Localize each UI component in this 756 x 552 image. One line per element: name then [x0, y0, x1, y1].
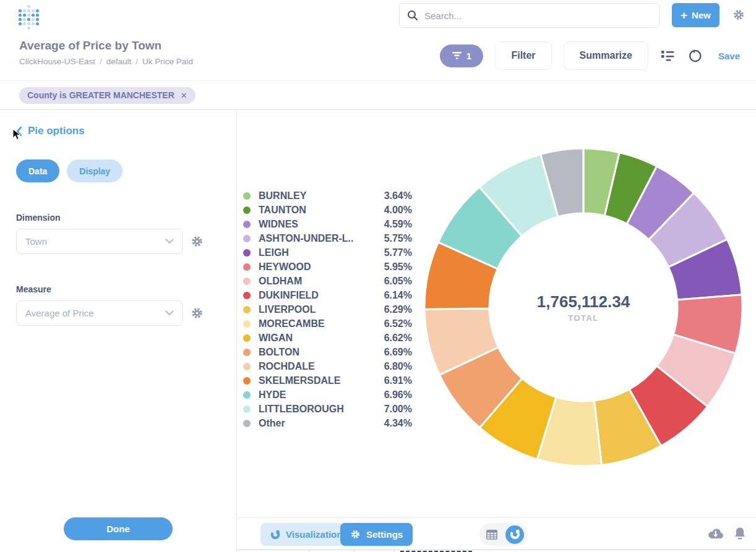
- legend-item[interactable]: HEYWOOD 5.95%: [243, 260, 412, 274]
- legend-item[interactable]: WIDNES 4.59%: [243, 217, 412, 231]
- legend-label: OLDHAM: [259, 276, 384, 287]
- legend-percent: 7.00%: [384, 404, 412, 415]
- new-button-label: New: [692, 10, 711, 20]
- breadcrumb-table[interactable]: Uk Price Paid: [142, 57, 193, 66]
- filter-count: 1: [466, 51, 471, 61]
- legend-label: LIVERPOOL: [259, 304, 384, 315]
- legend-color-dot: [243, 320, 251, 328]
- visualization-panel: BURNLEY 3.64% TAUNTON 4.00% WIDNES 4.59%…: [237, 110, 756, 552]
- legend-color-dot: [243, 306, 251, 313]
- measure-value: Average of Price: [25, 308, 165, 318]
- dimension-label: Dimension: [16, 213, 220, 223]
- summarize-button[interactable]: Summarize: [564, 41, 648, 70]
- notebook-icon: [661, 49, 674, 62]
- legend-item[interactable]: LEIGH 5.77%: [243, 245, 412, 260]
- refresh-button[interactable]: [687, 48, 703, 64]
- legend-percent: 6.52%: [384, 318, 412, 329]
- settings-button[interactable]: Settings: [340, 523, 413, 546]
- bell-icon: [734, 527, 746, 540]
- legend-item[interactable]: BURNLEY 3.64%: [243, 189, 412, 203]
- legend-item[interactable]: OLDHAM 6.05%: [243, 274, 412, 288]
- legend-item[interactable]: HYDE 6.96%: [243, 388, 412, 402]
- legend-percent: 6.96%: [384, 389, 412, 401]
- pie-chart-icon: [270, 530, 280, 540]
- legend-item[interactable]: LIVERPOOL 6.29%: [243, 302, 412, 316]
- legend-color-dot: [243, 278, 251, 285]
- tab-display[interactable]: Display: [67, 159, 122, 182]
- legend-label: LEIGH: [259, 247, 384, 258]
- legend-item[interactable]: WIGAN 6.62%: [243, 331, 412, 345]
- legend-percent: 5.75%: [384, 233, 412, 244]
- bottom-bar: Visualization Settings: [237, 517, 756, 550]
- pie-chart-area: BURNLEY 3.64% TAUNTON 4.00% WIDNES 4.59%…: [237, 110, 756, 517]
- filter-chip[interactable]: County is GREATER MANCHESTER ✕: [19, 87, 195, 104]
- question-title[interactable]: Average of Price by Town: [19, 39, 161, 53]
- dimension-settings-gear-icon[interactable]: [191, 235, 204, 248]
- breadcrumb-schema[interactable]: default: [106, 57, 132, 66]
- tab-data[interactable]: Data: [16, 159, 59, 182]
- legend-color-dot: [243, 249, 251, 257]
- legend-label: DUKINFIELD: [259, 290, 384, 301]
- legend-item[interactable]: SKELMERSDALE 6.91%: [243, 373, 412, 388]
- legend-item[interactable]: TAUNTON 4.00%: [243, 203, 412, 217]
- search-bar[interactable]: [399, 3, 659, 28]
- legend-label: ASHTON-UNDER-L..: [259, 233, 384, 244]
- remove-filter-icon[interactable]: ✕: [181, 91, 187, 100]
- legend-label: TAUNTON: [259, 205, 384, 216]
- legend-percent: 4.59%: [384, 219, 412, 230]
- measure-label: Measure: [16, 284, 220, 294]
- filter-chip-label: County is GREATER MANCHESTER: [27, 90, 174, 100]
- notifications-button[interactable]: [734, 527, 746, 540]
- legend-percent: 6.69%: [384, 347, 412, 358]
- dimension-select[interactable]: Town: [16, 229, 183, 254]
- legend-color-dot: [243, 235, 251, 242]
- legend-percent: 4.00%: [384, 205, 412, 216]
- legend-label: BOLTON: [259, 347, 384, 358]
- filter-count-pill[interactable]: 1: [440, 45, 483, 67]
- legend-color-dot: [243, 206, 251, 214]
- visualization-button[interactable]: Visualization: [260, 523, 352, 546]
- legend-item[interactable]: LITTLEBOROUGH 7.00%: [243, 402, 412, 416]
- metabase-logo-icon[interactable]: [19, 5, 40, 31]
- chevron-down-icon: [165, 310, 174, 316]
- visualization-label: Visualization: [286, 529, 342, 540]
- table-view-button[interactable]: [483, 526, 500, 543]
- new-button[interactable]: + New: [672, 3, 719, 27]
- dimension-value: Town: [25, 236, 165, 247]
- sidebar-header: Pie options: [16, 125, 220, 137]
- legend-item[interactable]: BOLTON 6.69%: [243, 345, 412, 359]
- pie-view-button[interactable]: [505, 525, 524, 544]
- filter-chip-row: County is GREATER MANCHESTER ✕: [0, 80, 756, 110]
- sidebar-title: Pie options: [28, 125, 85, 137]
- sidebar-tabs: Data Display: [16, 159, 220, 182]
- legend-item[interactable]: MORECAMBE 6.52%: [243, 316, 412, 331]
- legend-color-dot: [243, 420, 251, 427]
- legend-percent: 6.29%: [384, 304, 412, 315]
- legend-item[interactable]: DUKINFIELD 6.14%: [243, 288, 412, 302]
- legend-color-dot: [243, 334, 251, 342]
- table-pie-toggle: [479, 523, 528, 546]
- admin-gear-icon[interactable]: [732, 9, 745, 23]
- breadcrumb-database[interactable]: ClickHouse-US-East: [19, 57, 95, 66]
- legend-label: WIDNES: [259, 219, 384, 230]
- top-nav: + New: [0, 0, 756, 31]
- filter-icon: [452, 52, 462, 59]
- legend-item[interactable]: ASHTON-UNDER-L.. 5.75%: [243, 231, 412, 245]
- download-button[interactable]: [708, 527, 723, 539]
- legend-item[interactable]: Other 4.34%: [243, 416, 412, 430]
- legend-percent: 6.62%: [384, 333, 412, 344]
- legend-item[interactable]: ROCHDALE 6.80%: [243, 359, 412, 373]
- pie-chart-icon: [510, 529, 520, 540]
- search-input[interactable]: [424, 11, 651, 21]
- measure-select[interactable]: Average of Price: [16, 300, 183, 326]
- legend-label: Other: [259, 418, 384, 429]
- mouse-cursor: [12, 129, 23, 140]
- filter-button[interactable]: Filter: [495, 41, 551, 70]
- done-button[interactable]: Done: [64, 517, 173, 540]
- notebook-editor-button[interactable]: [660, 48, 676, 63]
- search-icon: [407, 10, 418, 21]
- gear-icon: [350, 529, 361, 540]
- legend-percent: 5.95%: [384, 261, 412, 273]
- measure-settings-gear-icon[interactable]: [191, 307, 204, 320]
- save-button[interactable]: Save: [718, 51, 740, 61]
